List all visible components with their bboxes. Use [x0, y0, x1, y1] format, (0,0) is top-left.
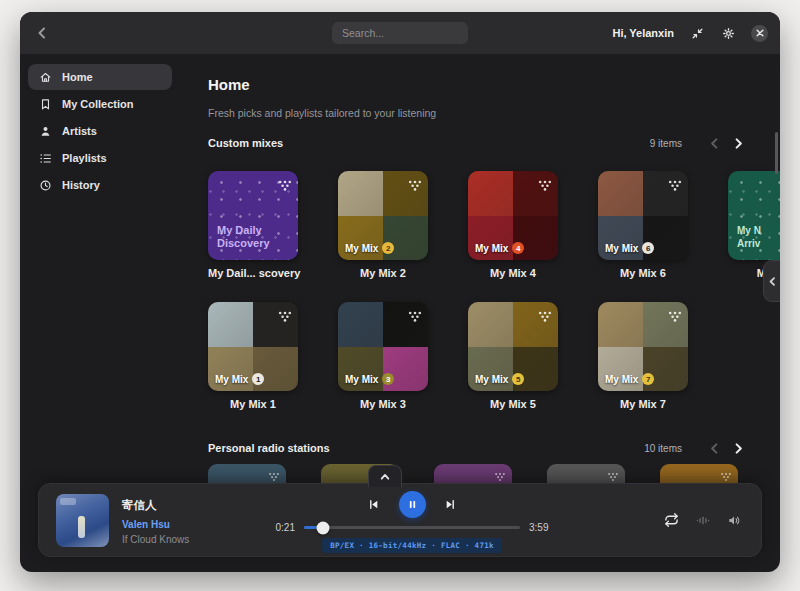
equalizer-button[interactable]	[696, 513, 710, 527]
scroll-right-button[interactable]	[730, 440, 746, 456]
mix-caption-text: My Mix	[475, 243, 508, 254]
mix-card-label: My Mix 3	[338, 398, 428, 410]
pause-button[interactable]	[399, 491, 426, 518]
list-icon	[39, 152, 52, 165]
scroll-right-button[interactable]	[730, 135, 746, 151]
track-title: 寄信人	[122, 498, 189, 513]
track-artist-link[interactable]: Valen Hsu	[122, 519, 189, 530]
chevron-right-icon	[733, 138, 744, 149]
bookmark-icon	[39, 98, 52, 111]
sidebar-item-history[interactable]: History	[28, 172, 172, 198]
mix-card-art: My Mix4	[468, 171, 558, 260]
progress-thumb[interactable]	[317, 521, 330, 534]
sidebar-item-label: History	[62, 179, 100, 191]
repeat-icon	[664, 513, 679, 528]
mix-dots-icon	[278, 308, 292, 319]
cover-title-text: My NArriv	[737, 224, 761, 250]
mix-card[interactable]: My DailyDiscoveryMy Dail... scovery	[208, 171, 298, 279]
pause-icon	[407, 499, 418, 510]
close-icon	[756, 29, 764, 37]
equalizer-icon	[696, 513, 710, 527]
mix-caption: My Mix2	[345, 242, 394, 254]
mix-card-art: My Mix7	[598, 302, 688, 391]
mix-number-badge: 7	[642, 373, 654, 385]
chevron-left-icon	[709, 138, 720, 149]
previous-icon	[367, 498, 380, 511]
search-placeholder: Search...	[342, 27, 384, 39]
collapse-window-button[interactable]	[689, 25, 705, 41]
mix-card[interactable]: My Mix4My Mix 4	[468, 171, 558, 279]
expand-player-button[interactable]	[368, 465, 402, 487]
titlebar-right: Hi, Yelanxin	[612, 25, 768, 42]
home-icon	[39, 71, 52, 84]
mix-card-art: My Mix3	[338, 302, 428, 391]
mix-dots-icon	[538, 177, 552, 188]
sidebar-item-label: My Collection	[62, 98, 134, 110]
sidebar-item-home[interactable]: Home	[28, 64, 172, 90]
mix-card-label: My Mix 4	[468, 267, 558, 279]
chevron-left-icon	[709, 443, 720, 454]
person-icon	[39, 125, 52, 138]
mix-dots-icon	[538, 308, 552, 319]
mix-dots-icon	[408, 177, 422, 188]
side-panel-toggle[interactable]	[763, 260, 780, 302]
mix-dots-icon	[668, 177, 682, 188]
player-center: 0:21 3:59 BP/EX · 16-bit/44kHz · FLAC · …	[247, 491, 577, 553]
scroll-left-button[interactable]	[706, 440, 722, 456]
next-track-button[interactable]	[443, 497, 459, 513]
mix-card[interactable]: My Mix1My Mix 1	[208, 302, 298, 410]
mix-card-label: My Mix 5	[468, 398, 558, 410]
chevron-left-icon	[36, 27, 48, 39]
page-title: Home	[208, 76, 780, 94]
chevron-up-icon	[380, 472, 390, 482]
mix-caption-text: My Mix	[215, 374, 248, 385]
section-title: Custom mixes	[208, 137, 650, 149]
mix-caption: My Mix7	[605, 373, 654, 385]
mix-caption-text: My Mix	[345, 243, 378, 254]
mix-card-label: My Dail... scovery	[208, 267, 298, 279]
mix-card[interactable]: My Mix5My Mix 5	[468, 302, 558, 410]
repeat-button[interactable]	[664, 513, 679, 528]
mix-caption-text: My Mix	[605, 243, 638, 254]
mix-caption-text: My Mix	[345, 374, 378, 385]
mix-card-label: My Mix 7	[598, 398, 688, 410]
mix-caption: My Mix1	[215, 373, 264, 385]
chevron-left-icon	[768, 277, 777, 286]
volume-button[interactable]	[727, 513, 741, 527]
close-window-button[interactable]	[751, 25, 768, 42]
mix-card-art: My Mix2	[338, 171, 428, 260]
titlebar: Search... Hi, Yelanxin	[20, 12, 780, 54]
playback-controls	[366, 491, 459, 518]
mix-card[interactable]: My Mix2My Mix 2	[338, 171, 428, 279]
search-input[interactable]: Search...	[332, 22, 468, 44]
section-item-count: 9 items	[650, 138, 682, 149]
progress-bar[interactable]	[304, 526, 520, 529]
mix-cards-row-1: My DailyDiscoveryMy Dail... scoveryMy Mi…	[208, 171, 780, 279]
mix-caption: My Mix4	[475, 242, 524, 254]
mix-dots-icon	[268, 470, 279, 479]
mix-card-art: My DailyDiscovery	[208, 171, 298, 260]
settings-button[interactable]	[720, 25, 736, 41]
scrollbar-thumb[interactable]	[775, 132, 778, 174]
mix-number-badge: 2	[382, 242, 394, 254]
previous-track-button[interactable]	[366, 497, 382, 513]
mix-caption: My Mix3	[345, 373, 394, 385]
mix-caption: My Mix6	[605, 242, 654, 254]
cover-title-text: My DailyDiscovery	[217, 224, 270, 250]
section-header-custom-mixes: Custom mixes 9 items	[208, 135, 780, 151]
sidebar-item-my-collection[interactable]: My Collection	[28, 91, 172, 117]
mix-dots-icon	[668, 308, 682, 319]
section-item-count: 10 items	[644, 443, 682, 454]
scroll-left-button[interactable]	[706, 135, 722, 151]
sidebar-item-label: Artists	[62, 125, 97, 137]
mix-card[interactable]: My Mix6My Mix 6	[598, 171, 688, 279]
mix-number-badge: 4	[512, 242, 524, 254]
back-button[interactable]	[32, 23, 52, 43]
sidebar-item-artists[interactable]: Artists	[28, 118, 172, 144]
sidebar-item-playlists[interactable]: Playlists	[28, 145, 172, 171]
mix-card[interactable]: My Mix7My Mix 7	[598, 302, 688, 410]
mix-card[interactable]: My Mix3My Mix 3	[338, 302, 428, 410]
album-art[interactable]	[56, 494, 109, 547]
clock-icon	[39, 179, 52, 192]
total-time: 3:59	[529, 522, 548, 533]
